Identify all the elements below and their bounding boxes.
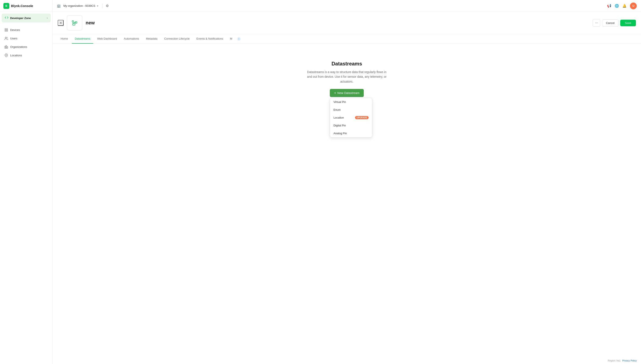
tab-more[interactable]: M <box>227 34 235 44</box>
footer: Region: fra1 Privacy Policy <box>608 359 637 362</box>
datastreams-title: Datastreams <box>332 61 362 67</box>
tab-events-notifications[interactable]: Events & Notifications <box>194 34 226 44</box>
developer-zone-item[interactable]: Developer Zone › <box>2 14 51 22</box>
plus-icon: + <box>334 91 336 95</box>
settings-icon[interactable]: ⚙ <box>106 4 109 8</box>
tab-web-dashboard[interactable]: Web Dashboard <box>94 34 120 44</box>
template-panel: ✕ new ··· Cancel Save <box>53 12 641 364</box>
sidebar: B Blynk.Console Developer Zone › <box>0 0 53 364</box>
svg-rect-6 <box>6 46 7 48</box>
tab-metadata[interactable]: Metadata <box>143 34 160 44</box>
upgrade-badge: UPGRADE <box>355 116 369 119</box>
enum-label: Enum <box>334 108 341 112</box>
template-icon-box <box>67 15 82 30</box>
location-icon <box>4 53 8 57</box>
datastream-dropdown: Virtual Pin Enum Location UPGRADE Digita… <box>330 98 372 138</box>
logo-icon: B <box>4 3 9 9</box>
dropdown-item-analog-pin[interactable]: Analog Pin <box>330 130 372 137</box>
sidebar-item-organizations[interactable]: Organizations <box>2 43 51 51</box>
sidebar-item-locations[interactable]: Locations <box>2 51 51 59</box>
more-options-button[interactable]: ··· <box>593 19 600 27</box>
datastreams-description: Datastreams is a way to structure data t… <box>306 70 387 84</box>
svg-point-8 <box>6 54 7 55</box>
svg-rect-5 <box>5 46 6 48</box>
app-name: Blynk.Console <box>11 4 33 8</box>
topbar-separator <box>102 4 102 8</box>
sidebar-item-devices[interactable]: Devices <box>2 26 51 34</box>
tabs-bar: Home Datastreams Web Dashboard Automatio… <box>53 34 641 44</box>
developer-zone-chevron-icon: › <box>47 16 48 20</box>
region-label: Region: fra1 <box>608 359 621 362</box>
datastreams-empty-state: Datastreams Datastreams is a way to stru… <box>53 44 641 106</box>
dropdown-item-digital-pin[interactable]: Digital Pin <box>330 122 372 130</box>
new-datastream-wrapper: + New Datastream Virtual Pin Enum Locati… <box>330 89 364 97</box>
dropdown-item-location[interactable]: Location UPGRADE <box>330 114 372 122</box>
topbar: 🏢 My organization - 9339CS ▼ ⚙ 📢 🌐 🔔 U <box>53 0 641 12</box>
sidebar-item-organizations-label: Organizations <box>10 45 27 48</box>
sidebar-item-users-label: Users <box>10 37 17 40</box>
tab-info-icon[interactable]: i <box>237 37 241 41</box>
bell-icon[interactable]: 🔔 <box>622 4 626 8</box>
org-icon <box>4 45 8 49</box>
tab-datastreams[interactable]: Datastreams <box>72 34 94 44</box>
dropdown-item-enum[interactable]: Enum <box>330 106 372 114</box>
new-datastream-button[interactable]: + New Datastream <box>330 89 364 97</box>
content-area: ✕ new ··· Cancel Save <box>53 12 641 364</box>
close-button[interactable]: ✕ <box>58 20 64 26</box>
main-content: 🏢 My organization - 9339CS ▼ ⚙ 📢 🌐 🔔 U ✕ <box>53 0 641 364</box>
header-actions: ··· Cancel Save <box>593 19 636 27</box>
developer-zone-icon <box>5 16 9 20</box>
megaphone-icon[interactable]: 📢 <box>607 4 611 8</box>
tab-automations[interactable]: Automations <box>121 34 142 44</box>
svg-rect-2 <box>5 30 6 31</box>
org-chevron-icon: ▼ <box>96 5 99 7</box>
new-datastream-label: New Datastream <box>338 91 360 95</box>
svg-rect-7 <box>7 46 8 48</box>
app-logo: B Blynk.Console <box>0 0 52 12</box>
sidebar-item-locations-label: Locations <box>10 54 22 57</box>
svg-rect-0 <box>5 28 6 30</box>
cancel-button[interactable]: Cancel <box>602 20 618 26</box>
users-icon <box>4 36 8 40</box>
tab-home[interactable]: Home <box>58 34 71 44</box>
sidebar-item-devices-label: Devices <box>10 28 20 32</box>
topbar-right: 📢 🌐 🔔 U <box>607 2 637 9</box>
building-icon: 🏢 <box>57 4 61 8</box>
template-header: ✕ new ··· Cancel Save <box>53 12 641 34</box>
org-selector[interactable]: My organization - 9339CS ▼ <box>63 4 99 8</box>
avatar[interactable]: U <box>630 2 637 9</box>
sidebar-nav: Devices Users Organizations <box>0 24 52 61</box>
devices-icon <box>4 28 8 32</box>
digital-pin-label: Digital Pin <box>334 124 346 127</box>
svg-rect-1 <box>6 28 8 30</box>
location-label: Location <box>334 116 344 119</box>
sidebar-item-users[interactable]: Users <box>2 34 51 42</box>
svg-rect-9 <box>73 24 75 25</box>
globe-icon[interactable]: 🌐 <box>615 4 619 8</box>
tab-connection-lifecycle[interactable]: Connection Lifecycle <box>161 34 193 44</box>
developer-zone-left: Developer Zone <box>5 16 31 20</box>
org-name: My organization - 9339CS <box>63 4 95 8</box>
svg-rect-3 <box>6 30 8 31</box>
privacy-policy-link[interactable]: Privacy Policy <box>622 359 637 362</box>
template-name: new <box>86 20 589 26</box>
virtual-pin-label: Virtual Pin <box>334 100 346 104</box>
dropdown-item-virtual-pin[interactable]: Virtual Pin <box>330 98 372 106</box>
template-icon <box>70 18 79 28</box>
save-button[interactable]: Save <box>620 20 636 26</box>
svg-point-13 <box>72 20 74 22</box>
analog-pin-label: Analog Pin <box>334 132 347 135</box>
developer-zone-label: Developer Zone <box>10 16 31 20</box>
svg-point-4 <box>5 37 6 38</box>
